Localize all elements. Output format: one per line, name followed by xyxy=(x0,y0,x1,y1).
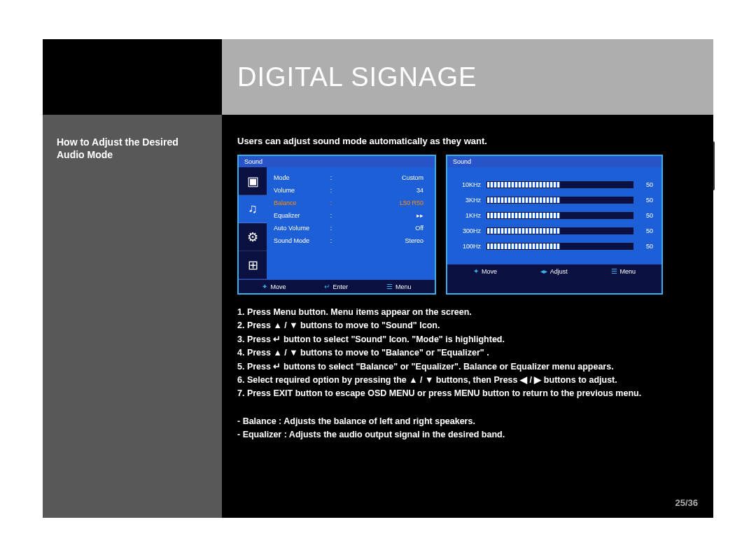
step: 6. Select required option by pressing th… xyxy=(237,374,698,387)
step: 4. Press ▲ / ▼ buttons to move to "Balan… xyxy=(237,346,698,360)
eq-value: 50 xyxy=(634,212,653,219)
eq-value: 50 xyxy=(634,227,653,234)
panel-title: Sound xyxy=(447,156,662,167)
row-value: L50 R50 xyxy=(334,199,428,206)
panel-sidebar-icons: ▣ ♫ ⚙ ⊞ xyxy=(239,167,267,279)
adjust-icon: ◂▸ xyxy=(540,267,547,275)
eq-row: 10KHz 50 xyxy=(456,177,653,192)
panel-body: 10KHz 50 3KHz 50 1KHz 50 xyxy=(447,167,662,264)
row-value: Custom xyxy=(334,174,428,181)
move-icon: ✦ xyxy=(262,283,267,290)
row-value: ▸▸ xyxy=(334,212,428,219)
page-number: 25/36 xyxy=(675,498,698,508)
step: 5. Press ↵ buttons to select "Balance" o… xyxy=(237,360,698,374)
row-label: Volume xyxy=(274,187,328,194)
step: 3. Press ↵ button to select "Sound" Icon… xyxy=(237,333,698,346)
row-label: Equalizer xyxy=(274,212,328,219)
row-label: Auto Volume xyxy=(274,225,328,232)
eq-row: 300Hz 50 xyxy=(456,223,653,239)
menu-row: Volume : 34 xyxy=(274,184,428,197)
menu-row: Auto Volume : Off xyxy=(274,222,428,234)
footer-item: ✦Move xyxy=(262,283,286,290)
eq-label: 10KHz xyxy=(456,181,486,188)
sidebar-heading: How to Adjust the Desired Audio Mode xyxy=(57,136,208,161)
eq-bar xyxy=(486,181,634,188)
eq-value: 50 xyxy=(634,181,653,188)
panel-footer: ✦Move ↵Enter ☰Menu xyxy=(239,279,435,293)
notes: - Balance : Adjusts the balance of left … xyxy=(237,415,698,442)
eq-label: 1KHz xyxy=(456,212,486,219)
enter-icon: ↵ xyxy=(324,283,330,290)
row-label: Mode xyxy=(274,174,328,181)
settings-icon: ⚙ xyxy=(239,223,267,251)
picture-icon: ▣ xyxy=(239,167,267,195)
menu-row: Mode : Custom xyxy=(274,171,428,184)
osd-sound-menu: Sound ▣ ♫ ⚙ ⊞ Mode : Custom xyxy=(237,155,436,295)
step: 7. Press EXIT button to escape OSD MENU … xyxy=(237,387,698,400)
move-icon: ✦ xyxy=(473,267,479,275)
menu-icon: ☰ xyxy=(386,283,393,290)
instruction-steps: 1. Press Menu button. Menu items appear … xyxy=(237,306,698,401)
topbar-spacer xyxy=(43,39,222,115)
manual-page: DIGITAL SIGNAGE How to Adjust the Desire… xyxy=(43,39,713,518)
footer-item: ☰Menu xyxy=(611,267,636,275)
row-label: Balance xyxy=(274,199,328,206)
row-value: Off xyxy=(334,225,428,232)
grid-icon: ⊞ xyxy=(239,251,267,279)
row-value: 34 xyxy=(334,187,428,194)
menu-row: Sound Mode : Stereo xyxy=(274,234,428,247)
page-title: DIGITAL SIGNAGE xyxy=(237,62,477,92)
eq-bar xyxy=(486,243,634,250)
sidebar: How to Adjust the Desired Audio Mode xyxy=(43,115,222,518)
panel-footer: ✦Move ◂▸Adjust ☰Menu xyxy=(447,264,662,278)
sound-icon: ♫ xyxy=(239,195,267,223)
panel-attributes: Mode : Custom Volume : 34 Balance : xyxy=(267,167,435,279)
eq-row: 100Hz 50 xyxy=(456,239,653,254)
menu-row-highlighted: Balance : L50 R50 xyxy=(274,197,428,209)
eq-label: 3KHz xyxy=(456,197,486,204)
eq-row: 1KHz 50 xyxy=(456,208,653,223)
note: - Balance : Adjusts the balance of left … xyxy=(237,415,698,428)
menu-row: Equalizer : ▸▸ xyxy=(274,209,428,222)
top-bar: DIGITAL SIGNAGE xyxy=(43,39,713,115)
content-area: Users can adjust sound mode automaticall… xyxy=(222,115,713,518)
eq-label: 300Hz xyxy=(456,227,486,234)
eq-bar xyxy=(486,227,634,234)
eq-bar xyxy=(486,212,634,219)
topbar-title-area: DIGITAL SIGNAGE xyxy=(222,39,713,115)
step: 1. Press Menu button. Menu items appear … xyxy=(237,306,698,319)
eq-bar xyxy=(486,197,634,204)
panel-body: ▣ ♫ ⚙ ⊞ Mode : Custom Volume : xyxy=(239,167,435,279)
panel-title: Sound xyxy=(239,156,435,167)
eq-row: 3KHz 50 xyxy=(456,192,653,208)
intro-text: Users can adjust sound mode automaticall… xyxy=(237,136,698,146)
footer-item: ☰Menu xyxy=(386,283,412,290)
footer-item: ◂▸Adjust xyxy=(540,267,568,275)
footer-item: ✦Move xyxy=(473,267,497,275)
eq-value: 50 xyxy=(634,243,653,250)
note: - Equalizer : Adjusts the audio output s… xyxy=(237,428,698,442)
osd-panels: Sound ▣ ♫ ⚙ ⊞ Mode : Custom xyxy=(237,155,698,295)
row-value: Stereo xyxy=(334,237,428,244)
menu-icon: ☰ xyxy=(611,267,617,275)
osd-equalizer-menu: Sound 10KHz 50 3KHz 50 1KHz xyxy=(446,155,663,295)
eq-value: 50 xyxy=(634,197,653,204)
step: 2. Press ▲ / ▼ buttons to move to "Sound… xyxy=(237,319,698,332)
row-label: Sound Mode xyxy=(274,237,328,244)
eq-label: 100Hz xyxy=(456,243,486,250)
footer-item: ↵Enter xyxy=(324,283,348,290)
